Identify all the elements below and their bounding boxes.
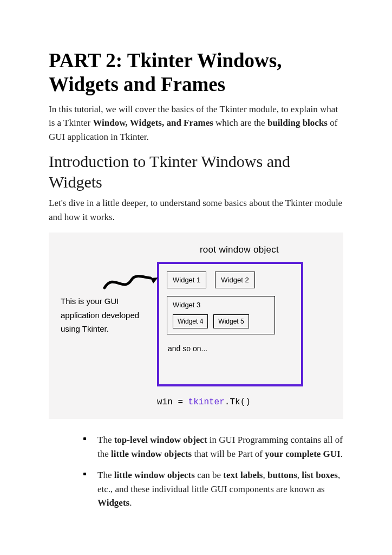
- bold: buttons: [267, 470, 297, 480]
- widget-row-1: Widget 1 Widget 2: [167, 272, 293, 288]
- intro-bold-2: building blocks: [267, 118, 328, 128]
- bold: top-level window object: [114, 435, 207, 445]
- nested-widget-row: Widget 4 Widget 5: [173, 314, 269, 328]
- diagram-caption-text: This is your GUI application developed u…: [61, 296, 139, 333]
- diagram-title: root window object: [145, 244, 334, 255]
- bold: little window objects: [114, 470, 195, 480]
- list-item: The top-level window object in GUI Progr…: [83, 433, 343, 461]
- document-page: PART 2: Tkinter Windows, Widgets and Fra…: [0, 0, 392, 555]
- lead-paragraph: Let's dive in a little deeper, to unders…: [49, 196, 343, 224]
- text: The: [97, 470, 114, 480]
- bold: list boxes: [302, 470, 338, 480]
- widget-2: Widget 2: [215, 272, 254, 288]
- code-highlight: tkinter: [188, 397, 225, 407]
- intro-bold-1: Window, Widgets, and Frames: [93, 118, 213, 128]
- page-title: PART 2: Tkinter Windows, Widgets and Fra…: [49, 49, 343, 97]
- text: can be: [195, 470, 223, 480]
- widget-3-label: Widget 3: [173, 301, 200, 309]
- widget-5: Widget 5: [213, 314, 249, 328]
- diagram-caption: This is your GUI application developed u…: [58, 262, 142, 336]
- text: The: [97, 435, 114, 445]
- intro-text: which are the: [213, 118, 267, 128]
- bold: Widgets: [97, 498, 129, 508]
- code-plain: win =: [157, 397, 188, 407]
- list-item: The little window objects can be text la…: [83, 468, 343, 510]
- text: ,: [263, 470, 267, 480]
- code-tail: .Tk(): [225, 397, 251, 407]
- code-line: win = tkinter.Tk(): [157, 397, 334, 407]
- bold: little window objects: [111, 449, 192, 459]
- text: .: [129, 498, 132, 508]
- arrow-icon: [102, 266, 161, 293]
- and-so-on-text: and so on...: [168, 344, 293, 353]
- bullet-list: The top-level window object in GUI Progr…: [83, 433, 343, 510]
- section-heading: Introduction to Tkinter Windows and Widg…: [49, 151, 343, 192]
- root-window-box: Widget 1 Widget 2 Widget 3 Widget 4 Widg…: [157, 262, 303, 386]
- intro-paragraph: In this tutorial, we will cover the basi…: [49, 102, 343, 144]
- bold: text labels: [223, 470, 263, 480]
- text: that will be Part of: [192, 449, 265, 459]
- widget-3-container: Widget 3 Widget 4 Widget 5: [167, 296, 275, 334]
- widget-4: Widget 4: [173, 314, 208, 328]
- widget-1: Widget 1: [167, 272, 206, 288]
- text: .: [341, 449, 343, 459]
- bold: your complete GUI: [265, 449, 340, 459]
- diagram-figure: root window object This is your GUI appl…: [49, 233, 343, 419]
- diagram-body: This is your GUI application developed u…: [58, 262, 334, 386]
